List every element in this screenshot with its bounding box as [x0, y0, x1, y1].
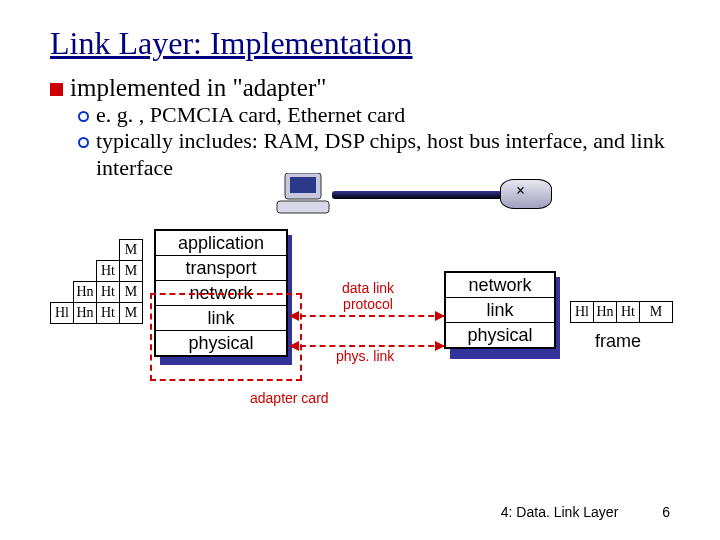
layer-transport: transport [156, 256, 286, 281]
main-bullet-text: implemented in "adapter" [70, 74, 326, 102]
sub-bullet-row-1: e. g. , PCMCIA card, Ethernet card [78, 102, 670, 128]
right-layer-stack: network link physical [444, 271, 556, 349]
blue-circle-bullet-icon [78, 111, 89, 122]
page-number: 6 [662, 504, 670, 520]
svg-rect-2 [277, 201, 329, 213]
sub-bullet-text-2: typically includes: RAM, DSP chips, host… [96, 128, 670, 181]
footer-section: 4: Data. Link Layer [501, 504, 619, 520]
diagram-area: × M HtM HnHtM HlHnHtM application transp… [50, 181, 670, 461]
frame-label: frame [595, 331, 641, 352]
svg-rect-1 [290, 177, 316, 193]
computer-icon [275, 173, 331, 215]
phys-link-label: phys. link [336, 349, 394, 364]
adapter-card-label: adapter card [250, 391, 329, 406]
layer-link-right: link [446, 298, 554, 323]
footer: 4: Data. Link Layer 6 [501, 504, 670, 520]
sub-bullet-text-1: e. g. , PCMCIA card, Ethernet card [96, 102, 405, 128]
network-link-line [332, 191, 502, 199]
red-square-bullet-icon [50, 83, 63, 96]
data-link-protocol-label: data link protocol [328, 281, 408, 312]
adapter-card-outline [150, 293, 302, 381]
layer-network-right: network [446, 273, 554, 298]
sub-bullet-row-2: typically includes: RAM, DSP chips, host… [78, 128, 670, 181]
data-link-protocol-arrow [290, 315, 444, 317]
blue-circle-bullet-icon [78, 137, 89, 148]
page-title: Link Layer: Implementation [50, 25, 670, 62]
right-headers-table: HlHnHtM [570, 301, 673, 323]
layer-physical-right: physical [446, 323, 554, 347]
phys-link-arrow [290, 345, 444, 347]
left-headers-table: M HtM HnHtM HlHnHtM [50, 239, 143, 324]
layer-application: application [156, 231, 286, 256]
main-bullet-row: implemented in "adapter" [50, 74, 670, 102]
router-icon: × [500, 179, 552, 209]
